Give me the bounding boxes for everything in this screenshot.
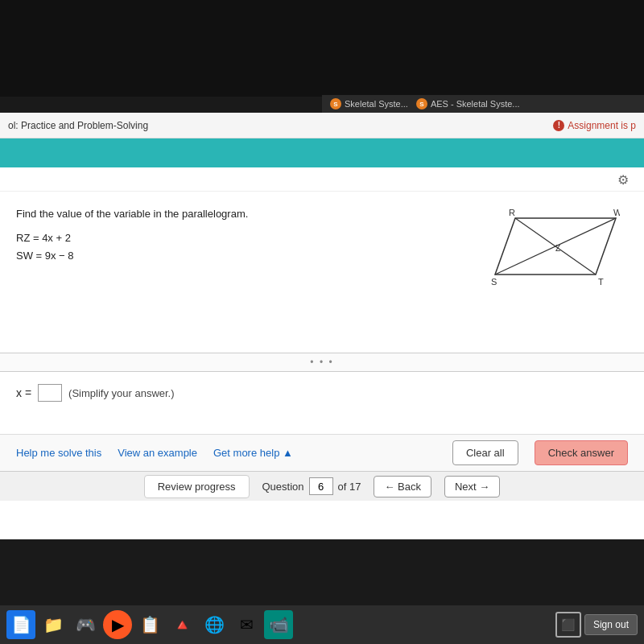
- tab-icon-1: S: [330, 98, 341, 109]
- review-progress-button[interactable]: Review progress: [144, 475, 250, 498]
- sign-out-button[interactable]: Sign out: [584, 614, 638, 635]
- label-W: W: [613, 208, 620, 217]
- taskbar: 📄 📁 🎮 ▶ 📋 🔺 🌐 ✉ 📹 ⬛ Sign out: [0, 605, 644, 644]
- warning-text: Assignment is p: [568, 120, 636, 131]
- taskbar-icon-meet[interactable]: 📹: [264, 610, 293, 639]
- taskbar-icon-apps[interactable]: 📋: [135, 610, 164, 639]
- tab-label-1: Skeletal Syste...: [345, 99, 408, 109]
- taskbar-icon-google-docs[interactable]: 📄: [6, 610, 35, 639]
- label-T: T: [598, 277, 604, 287]
- taskbar-icon-drive[interactable]: 🔺: [167, 610, 196, 639]
- settings-area: ⚙: [0, 167, 644, 192]
- next-button[interactable]: Next →: [444, 476, 500, 497]
- answer-input[interactable]: [38, 384, 62, 402]
- answer-hint: (Simplify your answer.): [68, 387, 174, 399]
- browser-tab-1[interactable]: S Skeletal Syste...: [330, 98, 408, 109]
- get-more-help-link[interactable]: Get more help ▲: [213, 447, 293, 459]
- nav-bar: ol: Practice and Problem-Solving ! Assig…: [0, 113, 644, 138]
- bottom-nav: Review progress Question of 17 ← Back Ne…: [0, 471, 644, 501]
- taskbar-icon-folder[interactable]: 📁: [39, 610, 68, 639]
- help-me-solve-link[interactable]: Help me solve this: [16, 447, 101, 459]
- answer-area: x = (Simplify your answer.): [0, 372, 644, 414]
- divider-area: • • •: [0, 353, 644, 372]
- screen-icon[interactable]: ⬛: [555, 612, 581, 638]
- taskbar-icon-gmail[interactable]: ✉: [232, 610, 261, 639]
- nav-title: ol: Practice and Problem-Solving: [8, 120, 148, 131]
- parallelogram-diagram: R W Z S T: [491, 206, 620, 287]
- tab-label-2: AES - Skeletal Syste...: [431, 99, 520, 109]
- action-bar: Help me solve this View an example Get m…: [0, 434, 644, 471]
- label-R: R: [509, 208, 515, 217]
- warning-icon: !: [553, 120, 564, 131]
- question-indicator: Question of 17: [262, 477, 361, 495]
- view-example-link[interactable]: View an example: [118, 447, 197, 459]
- diagram-container: R W Z S T: [491, 206, 620, 287]
- back-button[interactable]: ← Back: [374, 476, 431, 497]
- label-S: S: [491, 277, 497, 287]
- clear-all-button[interactable]: Clear all: [452, 440, 518, 465]
- label-Z: Z: [555, 244, 560, 253]
- taskbar-icon-game[interactable]: 🎮: [71, 610, 100, 639]
- question-number-input[interactable]: [309, 477, 333, 495]
- total-questions: of 17: [338, 481, 361, 493]
- browser-tab-2[interactable]: S AES - Skeletal Syste...: [416, 98, 520, 109]
- check-answer-button[interactable]: Check answer: [535, 440, 628, 465]
- assignment-warning: ! Assignment is p: [553, 120, 636, 131]
- problem-area: Find the value of the variable in the pa…: [0, 192, 644, 353]
- tab-icon-2: S: [416, 98, 427, 109]
- answer-label: x =: [16, 386, 31, 399]
- question-label: Question: [262, 481, 304, 493]
- gear-icon[interactable]: ⚙: [617, 172, 632, 187]
- divider-dots: • • •: [310, 357, 333, 368]
- taskbar-icon-play[interactable]: ▶: [103, 610, 132, 639]
- taskbar-icon-chrome[interactable]: 🌐: [200, 610, 229, 639]
- teal-header-bar: [0, 138, 644, 167]
